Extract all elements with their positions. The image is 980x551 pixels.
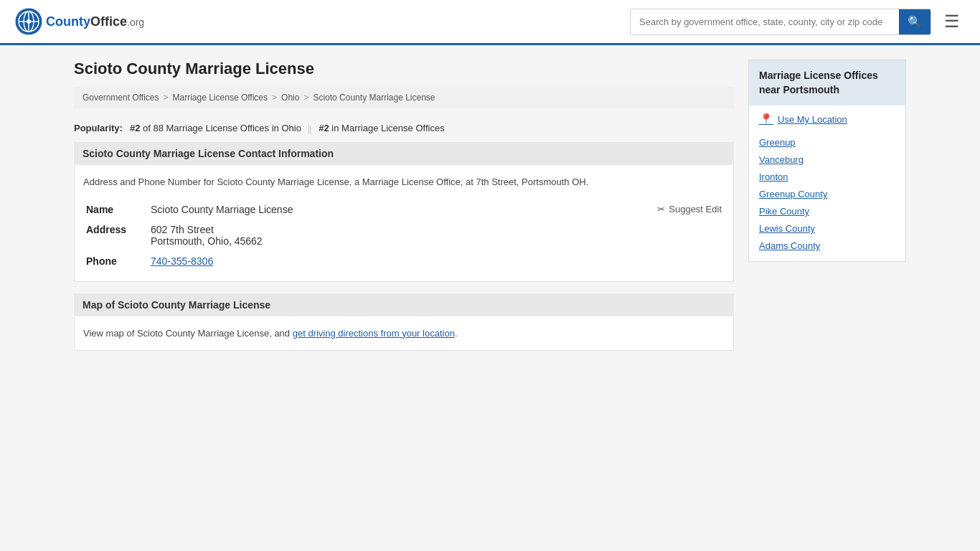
popularity-rank1: #2 of 88 Marriage License Offices in Ohi… <box>130 123 301 133</box>
list-item: Lewis County <box>759 220 895 237</box>
main-container: Scioto County Marriage License Governmen… <box>60 45 920 377</box>
popularity-separator: | <box>308 123 311 133</box>
name-label: Name <box>86 204 113 215</box>
breadcrumb-sep-3: > <box>303 93 308 103</box>
header-right: 🔍 ☰ <box>630 9 966 35</box>
sidebar-link-pike-county[interactable]: Pike County <box>759 206 809 217</box>
site-header: CountyOffice.org 🔍 ☰ <box>0 0 980 45</box>
breadcrumb-link-ohio[interactable]: Ohio <box>281 93 299 103</box>
sidebar-title: Marriage License Offices near Portsmouth <box>749 60 905 105</box>
sidebar-body: 📍 Use My Location Greenup Vanceburg Iron… <box>749 105 905 261</box>
map-directions-link[interactable]: get driving directions from your locatio… <box>293 328 455 339</box>
map-section-header: Map of Scioto County Marriage License <box>74 293 734 316</box>
phone-link[interactable]: 740-355-8306 <box>151 255 213 267</box>
use-my-location-label: Use My Location <box>778 114 847 125</box>
popularity-bar: Popularity: #2 of 88 Marriage License Of… <box>74 117 734 142</box>
contact-section-body: Address and Phone Number for Scioto Coun… <box>74 165 734 282</box>
phone-value: 740-355-8306 <box>148 251 725 271</box>
address-label: Address <box>83 220 148 251</box>
logo-icon <box>14 7 43 36</box>
table-row-address: Address 602 7th Street Portsmouth, Ohio,… <box>83 220 725 251</box>
search-bar: 🔍 <box>630 9 931 35</box>
sidebar-links-list: Greenup Vanceburg Ironton Greenup County… <box>759 133 895 254</box>
hamburger-menu-icon[interactable]: ☰ <box>938 9 966 34</box>
breadcrumb-link-marriage-license-offices[interactable]: Marriage License Offices <box>173 93 268 103</box>
suggest-edit-label: Suggest Edit <box>669 204 722 215</box>
popularity-label: Popularity: <box>74 123 123 133</box>
address-value: 602 7th Street Portsmouth, Ohio, 45662 <box>148 220 725 251</box>
phone-label: Phone <box>83 251 148 271</box>
search-input[interactable] <box>631 11 899 33</box>
list-item: Greenup <box>759 133 895 151</box>
map-description: View map of Scioto County Marriage Licen… <box>83 326 725 341</box>
search-button[interactable]: 🔍 <box>899 9 930 34</box>
sidebar: Marriage License Offices near Portsmouth… <box>748 60 906 362</box>
breadcrumb: Government Offices > Marriage License Of… <box>74 87 734 108</box>
logo-text: CountyOffice.org <box>46 14 144 29</box>
breadcrumb-current: Scioto County Marriage License <box>313 93 435 103</box>
contact-table: Name Scioto County Marriage License ✂ Su… <box>83 199 725 271</box>
list-item: Vanceburg <box>759 151 895 168</box>
sidebar-link-adams-county[interactable]: Adams County <box>759 240 820 251</box>
breadcrumb-sep-1: > <box>164 93 169 103</box>
sidebar-box: Marriage License Offices near Portsmouth… <box>748 60 906 262</box>
list-item: Greenup County <box>759 185 895 202</box>
content-area: Scioto County Marriage License Governmen… <box>74 60 734 362</box>
name-suggest-row: Name <box>86 204 145 215</box>
sidebar-link-vanceburg[interactable]: Vanceburg <box>759 154 804 165</box>
name-value: Scioto County Marriage License <box>151 204 293 215</box>
use-my-location[interactable]: 📍 Use My Location <box>759 113 895 126</box>
list-item: Ironton <box>759 168 895 185</box>
logo[interactable]: CountyOffice.org <box>14 7 144 36</box>
contact-section-header: Scioto County Marriage License Contact I… <box>74 142 734 165</box>
sidebar-link-lewis-county[interactable]: Lewis County <box>759 223 815 234</box>
map-desc-suffix: . <box>455 328 458 339</box>
table-row-phone: Phone 740-355-8306 <box>83 251 725 271</box>
contact-description: Address and Phone Number for Scioto Coun… <box>83 175 725 189</box>
breadcrumb-sep-2: > <box>272 93 277 103</box>
popularity-rank2: #2 in Marriage License Offices <box>319 123 444 133</box>
pin-icon: 📍 <box>759 113 773 126</box>
list-item: Pike County <box>759 202 895 220</box>
map-section-body: View map of Scioto County Marriage Licen… <box>74 316 734 352</box>
page-title: Scioto County Marriage License <box>74 60 734 78</box>
address-line1: 602 7th Street <box>151 224 722 235</box>
suggest-edit-icon: ✂ <box>657 204 665 215</box>
sidebar-link-greenup[interactable]: Greenup <box>759 137 796 148</box>
sidebar-link-ironton[interactable]: Ironton <box>759 171 788 182</box>
breadcrumb-link-government-offices[interactable]: Government Offices <box>83 93 159 103</box>
sidebar-link-greenup-county[interactable]: Greenup County <box>759 189 827 199</box>
suggest-edit-button[interactable]: ✂ Suggest Edit <box>657 204 722 215</box>
address-line2: Portsmouth, Ohio, 45662 <box>151 235 722 247</box>
list-item: Adams County <box>759 237 895 254</box>
table-row-name: Name Scioto County Marriage License ✂ Su… <box>83 199 725 220</box>
map-desc-prefix: View map of Scioto County Marriage Licen… <box>83 328 293 339</box>
